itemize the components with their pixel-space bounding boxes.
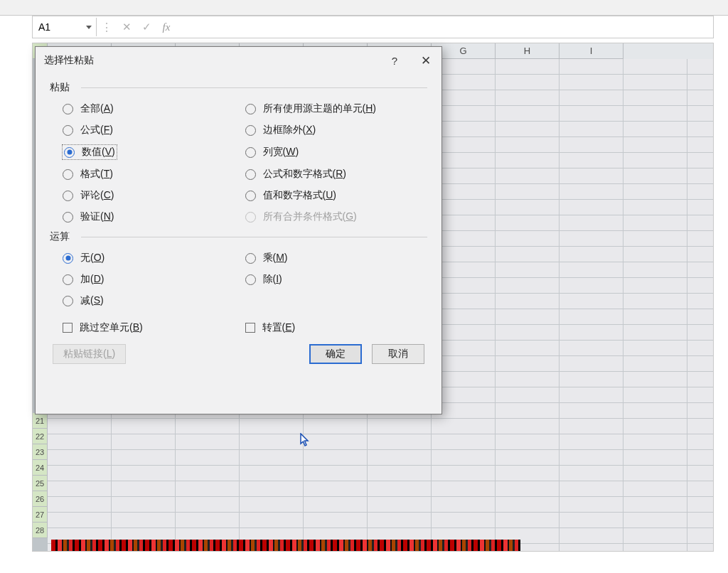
formula-input[interactable] bbox=[176, 18, 713, 36]
radio-icon bbox=[245, 212, 256, 223]
cancel-formula-icon[interactable]: ✕ bbox=[117, 21, 136, 33]
radio-icon bbox=[245, 169, 256, 180]
radio-icon bbox=[63, 104, 73, 114]
name-box[interactable]: A1 bbox=[33, 18, 97, 36]
radio-valnum[interactable]: 值和数字格式(U) bbox=[245, 189, 428, 202]
close-button[interactable]: ✕ bbox=[410, 53, 441, 68]
radio-values[interactable]: 数值(V) bbox=[63, 145, 117, 159]
row-header-24[interactable]: 24 bbox=[33, 460, 48, 476]
radio-icon bbox=[63, 274, 73, 285]
ok-button[interactable]: 确定 bbox=[309, 344, 362, 364]
formula-bar: A1 ⋮ ✕ ✓ fx bbox=[32, 16, 714, 38]
radio-icon bbox=[63, 191, 73, 201]
radio-icon bbox=[245, 191, 256, 201]
radio-formulas[interactable]: 公式(F) bbox=[63, 124, 245, 136]
column-header-H[interactable]: H bbox=[496, 43, 560, 59]
radio-sub[interactable]: 减(S) bbox=[63, 294, 245, 307]
paste-group-label: 粘贴 bbox=[50, 81, 427, 94]
radio-icon bbox=[64, 147, 75, 158]
name-box-value: A1 bbox=[38, 21, 50, 33]
operation-group-label: 运算 bbox=[50, 230, 427, 243]
paste-options-grid: 全部(A)所有使用源主题的单元(H)公式(F)边框除外(X)数值(V)列宽(W)… bbox=[50, 98, 427, 227]
row-headers: 2122232425262728 bbox=[33, 413, 48, 538]
chevron-down-icon[interactable] bbox=[86, 26, 92, 29]
radio-validation[interactable]: 验证(N) bbox=[63, 210, 245, 223]
cancel-button[interactable]: 取消 bbox=[372, 344, 424, 364]
radio-theme[interactable]: 所有使用源主题的单元(H) bbox=[245, 102, 428, 115]
check-row: 跳过空单元(B) 转置(E) bbox=[50, 311, 427, 334]
formula-bar-separator: ⋮ bbox=[97, 21, 117, 34]
row-header-26[interactable]: 26 bbox=[33, 491, 48, 507]
radio-mul[interactable]: 乘(M) bbox=[245, 252, 428, 264]
window-chrome-cut bbox=[0, 0, 728, 16]
radio-formats[interactable]: 格式(T) bbox=[63, 168, 245, 181]
radio-mergecond: 所有合并条件格式(G) bbox=[245, 210, 428, 223]
radio-add[interactable]: 加(D) bbox=[63, 273, 245, 286]
checkbox-icon bbox=[63, 323, 73, 333]
radio-icon bbox=[245, 253, 256, 264]
radio-div[interactable]: 除(I) bbox=[245, 273, 428, 286]
insert-function-icon[interactable]: fx bbox=[156, 21, 176, 33]
row-header-22[interactable]: 22 bbox=[33, 429, 48, 444]
bottom-color-strip bbox=[51, 540, 520, 551]
radio-exborders[interactable]: 边框除外(X) bbox=[245, 124, 428, 136]
radio-none[interactable]: 无(O) bbox=[63, 252, 245, 264]
paste-link-button: 粘贴链接(L) bbox=[53, 344, 126, 364]
row-header-23[interactable]: 23 bbox=[33, 444, 48, 460]
help-button[interactable]: ? bbox=[379, 55, 410, 67]
row-header-28[interactable]: 28 bbox=[33, 523, 48, 538]
radio-icon bbox=[63, 296, 73, 306]
transpose-checkbox[interactable]: 转置(E) bbox=[245, 321, 428, 334]
checkbox-icon bbox=[245, 323, 255, 333]
skip-blanks-checkbox[interactable]: 跳过空单元(B) bbox=[63, 321, 245, 334]
dialog-body: 粘贴 全部(A)所有使用源主题的单元(H)公式(F)边框除外(X)数值(V)列宽… bbox=[36, 74, 441, 414]
radio-colw[interactable]: 列宽(W) bbox=[245, 145, 428, 159]
radio-formnum[interactable]: 公式和数字格式(R) bbox=[245, 168, 428, 181]
row-header-25[interactable]: 25 bbox=[33, 476, 48, 491]
radio-icon bbox=[63, 125, 73, 136]
dialog-titlebar[interactable]: 选择性粘贴 ? ✕ bbox=[36, 47, 441, 74]
radio-icon bbox=[245, 104, 256, 114]
radio-icon bbox=[63, 253, 73, 264]
radio-icon bbox=[63, 212, 73, 223]
radio-icon bbox=[245, 125, 256, 136]
paste-special-dialog: 选择性粘贴 ? ✕ 粘贴 全部(A)所有使用源主题的单元(H)公式(F)边框除外… bbox=[35, 46, 442, 414]
operation-options-grid: 无(O)乘(M)加(D)除(I)减(S) bbox=[50, 247, 427, 311]
radio-icon bbox=[245, 274, 256, 285]
column-header-I[interactable]: I bbox=[560, 43, 623, 59]
dialog-title: 选择性粘贴 bbox=[44, 54, 94, 67]
dialog-button-row: 粘贴链接(L) 确定 取消 bbox=[50, 334, 427, 367]
radio-comments[interactable]: 评论(C) bbox=[63, 189, 245, 202]
accept-formula-icon[interactable]: ✓ bbox=[136, 21, 156, 33]
row-header-21[interactable]: 21 bbox=[33, 413, 48, 429]
row-header-27[interactable]: 27 bbox=[33, 507, 48, 523]
radio-icon bbox=[63, 169, 73, 180]
radio-all[interactable]: 全部(A) bbox=[63, 102, 245, 115]
radio-icon bbox=[245, 147, 256, 158]
